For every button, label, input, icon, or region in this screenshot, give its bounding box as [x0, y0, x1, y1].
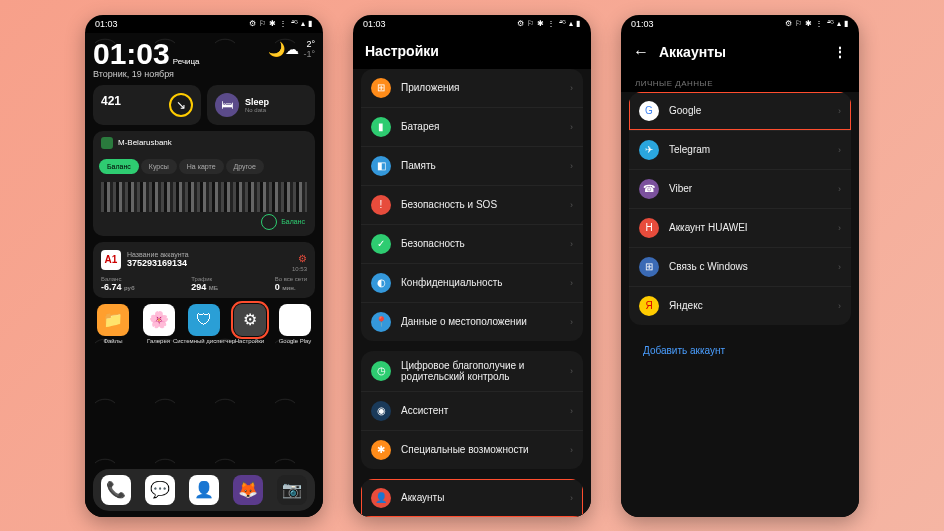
- status-bar: 01:03 ⚙ ⚐ ✱ ⋮ ⁴ᴳ ▴ ▮: [85, 15, 323, 33]
- bank-icon: [101, 137, 113, 149]
- account-row[interactable]: GGoogle›: [629, 92, 851, 130]
- bank-tab[interactable]: Другое: [226, 159, 264, 174]
- settings-row[interactable]: 📍Данные о местоположении›: [361, 302, 583, 341]
- bank-tab[interactable]: Баланс: [99, 159, 139, 174]
- account-row[interactable]: ЯЯндекс›: [629, 286, 851, 325]
- settings-row[interactable]: ▮Батарея›: [361, 107, 583, 146]
- more-icon[interactable]: ⋮: [833, 44, 847, 60]
- dock-app[interactable]: 📞: [101, 475, 131, 505]
- settings-row[interactable]: ◉Ассистент›: [361, 391, 583, 430]
- app-Файлы[interactable]: 📁Файлы: [93, 304, 133, 344]
- settings-row[interactable]: ◧Память›: [361, 146, 583, 185]
- settings-header: Настройки: [353, 33, 591, 69]
- refresh-button[interactable]: Баланс: [93, 214, 315, 236]
- dock-app[interactable]: 👤: [189, 475, 219, 505]
- bank-tab[interactable]: На карте: [179, 159, 224, 174]
- weather-widget[interactable]: 🌙☁ 2°-1°: [268, 39, 315, 59]
- settings-row[interactable]: ⊞Приложения›: [361, 69, 583, 107]
- phone-home: 01:03 ⚙ ⚐ ✱ ⋮ ⁴ᴳ ▴ ▮ 01:03Речица Вторник…: [85, 15, 323, 517]
- dock-app[interactable]: 📷: [277, 475, 307, 505]
- accounts-list: GGoogle›✈Telegram›☎Viber›HАккаунт HUAWEI…: [621, 92, 859, 517]
- sleep-widget[interactable]: 🛏 SleepNo data: [207, 85, 315, 125]
- account-row[interactable]: HАккаунт HUAWEI›: [629, 208, 851, 247]
- phone-accounts: 01:03⚙ ⚐ ✱ ⋮ ⁴ᴳ ▴ ▮ ← Аккаунты ⋮ личные …: [621, 15, 859, 517]
- settings-row[interactable]: ✓Безопасность›: [361, 224, 583, 263]
- sleep-icon: 🛏: [215, 93, 239, 117]
- add-account-link[interactable]: Добавить аккаунт: [629, 335, 851, 366]
- weather-icon: 🌙☁: [268, 41, 299, 57]
- a1-stat: Трафик294 МБ: [191, 276, 218, 292]
- app-Системный диспетчер[interactable]: 🛡Системный диспетчер: [184, 304, 224, 344]
- bank-tab[interactable]: Курсы: [141, 159, 177, 174]
- accounts-header: ← Аккаунты ⋮: [621, 33, 859, 71]
- account-row[interactable]: ☎Viber›: [629, 169, 851, 208]
- app-Google Play[interactable]: ▶Google Play: [275, 304, 315, 344]
- gear-icon[interactable]: ⚙: [298, 253, 307, 264]
- settings-row[interactable]: ✱Специальные возможности›: [361, 430, 583, 469]
- clock-widget[interactable]: 01:03Речица: [93, 39, 200, 69]
- settings-row[interactable]: ◷Цифровое благополучие и родительский ко…: [361, 351, 583, 391]
- phone-settings: 01:03⚙ ⚐ ✱ ⋮ ⁴ᴳ ▴ ▮ Настройки ⊞Приложени…: [353, 15, 591, 517]
- a1-logo: A1: [101, 250, 121, 270]
- settings-row[interactable]: 👤Аккаунты›: [361, 479, 583, 517]
- back-button[interactable]: ←: [633, 43, 649, 61]
- steps-widget[interactable]: 421⠀ ↘: [93, 85, 201, 125]
- a1-stat: Баланс-6.74 руб: [101, 276, 135, 292]
- settings-row[interactable]: ◐Конфиденциальность›: [361, 263, 583, 302]
- account-row[interactable]: ✈Telegram›: [629, 130, 851, 169]
- home-content: 01:03Речица Вторник, 19 ноября 🌙☁ 2°-1° …: [85, 33, 323, 517]
- date-label: Вторник, 19 ноября: [93, 69, 200, 79]
- a1-widget[interactable]: A1 Название аккаунта375293169134 ⚙10:53 …: [93, 242, 315, 298]
- bank-widget[interactable]: M-Belarusbank БалансКурсыНа картеДругое …: [93, 131, 315, 236]
- steps-icon: ↘: [169, 93, 193, 117]
- dock-app[interactable]: 🦊: [233, 475, 263, 505]
- status-icons: ⚙ ⚐ ✱ ⋮ ⁴ᴳ ▴ ▮: [249, 19, 313, 28]
- status-bar: 01:03⚙ ⚐ ✱ ⋮ ⁴ᴳ ▴ ▮: [353, 15, 591, 33]
- settings-row[interactable]: !Безопасность и SOS›: [361, 185, 583, 224]
- bank-balance-blur: [101, 182, 307, 212]
- page-title: Настройки: [365, 43, 439, 59]
- account-row[interactable]: ⊞Связь с Windows›: [629, 247, 851, 286]
- app-Настройки[interactable]: ⚙Настройки: [230, 304, 270, 344]
- dock-app[interactable]: 💬: [145, 475, 175, 505]
- section-label: личные данные: [621, 71, 859, 92]
- status-time: 01:03: [95, 19, 118, 29]
- page-title: Аккаунты: [659, 44, 726, 60]
- settings-list: ⊞Приложения›▮Батарея›◧Память›!Безопаснос…: [353, 69, 591, 517]
- a1-stat: Во все сети0 мин.: [275, 276, 307, 292]
- status-bar: 01:03⚙ ⚐ ✱ ⋮ ⁴ᴳ ▴ ▮: [621, 15, 859, 33]
- dock: 📞💬👤🦊📷: [93, 469, 315, 511]
